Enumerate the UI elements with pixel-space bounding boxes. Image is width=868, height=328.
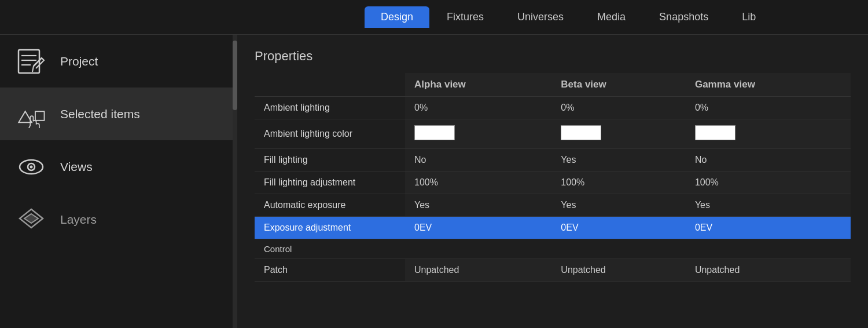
section-divider-label: Control: [255, 239, 851, 259]
sidebar-selected-label: Selected items: [60, 107, 140, 121]
prop-label: Patch: [255, 259, 405, 282]
prop-alpha: 0%: [405, 97, 551, 119]
table-row: Fill lighting adjustment 100% 100% 100%: [255, 172, 851, 194]
prop-label: Fill lighting adjustment: [255, 172, 405, 194]
properties-table: Alpha view Beta view Gamma view Ambient …: [255, 73, 851, 282]
col-header-gamma: Gamma view: [686, 73, 851, 97]
prop-label: Automatic exposure: [255, 194, 405, 217]
prop-beta: 0%: [551, 97, 686, 119]
svg-marker-12: [24, 214, 38, 223]
prop-label: Ambient lighting: [255, 97, 405, 119]
prop-gamma: 100%: [686, 172, 851, 194]
prop-alpha: Unpatched: [405, 259, 551, 282]
prop-beta-highlighted[interactable]: 0EV: [551, 217, 686, 239]
prop-alpha: No: [405, 149, 551, 172]
tab-snapshots[interactable]: Snapshots: [643, 6, 724, 28]
tab-universes[interactable]: Universes: [501, 6, 580, 28]
content-area: Properties Alpha view Beta view Gamma vi…: [237, 35, 868, 328]
tab-lib[interactable]: Lib: [726, 6, 772, 28]
layers-icon: [14, 203, 49, 235]
table-row: Fill lighting No Yes No: [255, 149, 851, 172]
prop-beta: 100%: [551, 172, 686, 194]
table-section-divider: Control: [255, 239, 851, 259]
color-swatch-gamma[interactable]: [695, 125, 735, 140]
sidebar-project-label: Project: [60, 54, 98, 68]
col-header-property: [255, 73, 405, 97]
sidebar-item-layers[interactable]: Layers: [0, 193, 237, 246]
prop-alpha: 100%: [405, 172, 551, 194]
tab-media[interactable]: Media: [581, 6, 642, 28]
sidebar-item-project[interactable]: Project: [0, 35, 237, 88]
tab-design[interactable]: Design: [365, 6, 429, 28]
prop-alpha-highlighted[interactable]: 0EV: [405, 217, 551, 239]
prop-label-highlighted: Exposure adjustment: [255, 217, 405, 239]
prop-gamma: No: [686, 149, 851, 172]
properties-title: Properties: [255, 49, 851, 64]
col-header-beta: Beta view: [551, 73, 686, 97]
sidebar-item-selected-items[interactable]: Selected items: [0, 88, 237, 140]
views-icon: [14, 151, 49, 183]
table-row: Automatic exposure Yes Yes Yes: [255, 194, 851, 217]
prop-gamma-color[interactable]: [686, 119, 851, 149]
prop-alpha: Yes: [405, 194, 551, 217]
main-layout: Project Selected items: [0, 35, 868, 328]
project-icon: [14, 45, 49, 77]
table-row: Ambient lighting 0% 0% 0%: [255, 97, 851, 119]
color-swatch-beta[interactable]: [561, 125, 601, 140]
svg-point-10: [30, 165, 33, 168]
prop-alpha-color[interactable]: [405, 119, 551, 149]
prop-beta: Yes: [551, 149, 686, 172]
prop-beta: Yes: [551, 194, 686, 217]
color-swatch-alpha[interactable]: [414, 125, 455, 140]
col-header-alpha: Alpha view: [405, 73, 551, 97]
svg-rect-7: [35, 111, 45, 121]
prop-beta: Unpatched: [551, 259, 686, 282]
tab-fixtures[interactable]: Fixtures: [431, 6, 500, 28]
sidebar-layers-label: Layers: [60, 213, 97, 227]
svg-rect-0: [19, 50, 39, 73]
sidebar: Project Selected items: [0, 35, 237, 328]
table-row-highlighted[interactable]: Exposure adjustment 0EV 0EV 0EV: [255, 217, 851, 239]
sidebar-views-label: Views: [60, 160, 93, 174]
sidebar-item-views[interactable]: Views: [0, 140, 237, 193]
prop-label: Ambient lighting color: [255, 119, 405, 149]
sidebar-scrollbar-thumb[interactable]: [233, 41, 237, 110]
prop-gamma: Yes: [686, 194, 851, 217]
prop-gamma-highlighted[interactable]: 0EV: [686, 217, 851, 239]
table-row: Ambient lighting color: [255, 119, 851, 149]
top-nav: Design Fixtures Universes Media Snapshot…: [0, 0, 868, 35]
prop-beta-color[interactable]: [551, 119, 686, 149]
prop-label: Fill lighting: [255, 149, 405, 172]
prop-gamma: 0%: [686, 97, 851, 119]
svg-line-5: [32, 66, 34, 72]
table-row: Patch Unpatched Unpatched Unpatched: [255, 259, 851, 282]
prop-gamma: Unpatched: [686, 259, 851, 282]
sidebar-scrollbar[interactable]: [233, 35, 237, 328]
selected-items-icon: [14, 98, 49, 130]
